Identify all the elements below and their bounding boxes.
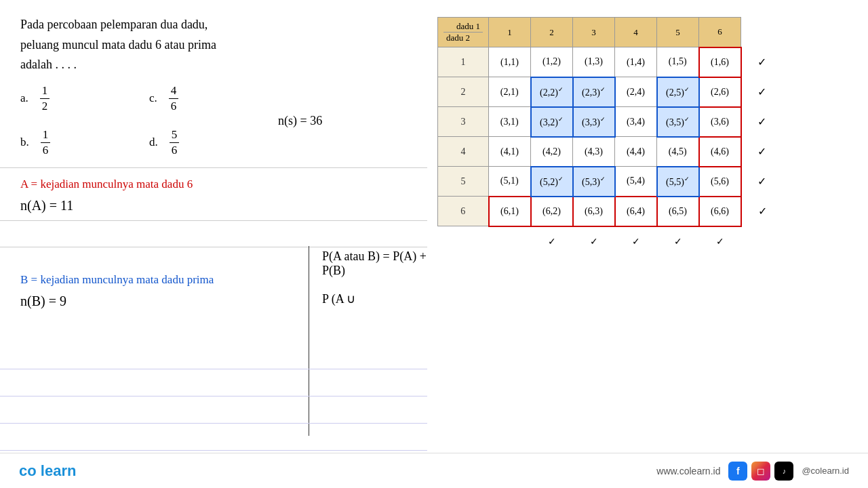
- event-a-count: n(A) = 11: [20, 198, 407, 214]
- table-header-dadu2: dadu 2: [443, 32, 483, 43]
- row-check-6: ✓: [741, 197, 783, 226]
- cell-6-5: (6,5): [657, 197, 699, 226]
- row-check-2: ✓: [741, 77, 783, 107]
- table-row: 4 (4,1) (4,2) (4,3) (4,4) (4,5) (4,6) ✓: [438, 137, 783, 167]
- cell-5-2: (5,2)✓: [531, 167, 573, 197]
- cell-6-1: (6,1): [489, 197, 531, 226]
- row-header-3: 3: [438, 107, 489, 137]
- row-header-2: 2: [438, 77, 489, 107]
- row-header-6: 6: [438, 197, 489, 226]
- cell-1-3: (1,3): [573, 47, 615, 77]
- cell-4-6: (4,6): [699, 137, 741, 167]
- cell-5-4: (5,4): [615, 167, 657, 197]
- cell-6-3: (6,3): [573, 197, 615, 226]
- cell-2-6: (2,6): [699, 77, 741, 107]
- cell-3-6: (3,6): [699, 107, 741, 137]
- website-url: www.colearn.id: [656, 466, 720, 476]
- option-d: d. 5 6: [149, 127, 278, 158]
- cell-6-4: (6,4): [615, 197, 657, 226]
- formula-line1: P(A atau B) = P(A) + P(B): [322, 249, 427, 278]
- question-text: Pada percobaan pelemparan dua dadu, pelu…: [20, 15, 407, 75]
- cell-4-1: (4,1): [489, 137, 531, 167]
- cell-3-4: (3,4): [615, 107, 657, 137]
- cell-1-5: (1,5): [657, 47, 699, 77]
- col-header-1: 1: [489, 18, 531, 47]
- cell-4-3: (4,3): [573, 137, 615, 167]
- cell-2-5: (2,5)✓: [657, 77, 699, 107]
- table-header-dadu1: dadu 1: [443, 21, 483, 32]
- cell-5-5: (5,5)✓: [657, 167, 699, 197]
- table-row: 3 (3,1) (3,2)✓ (3,3)✓ (3,4) (3,5)✓ (3,6)…: [438, 107, 783, 137]
- cell-3-1: (3,1): [489, 107, 531, 137]
- row-check-3: ✓: [741, 107, 783, 137]
- probability-table: dadu 1 dadu 2 1 2 3 4 5 6 1 (1,1) (1,2) …: [437, 17, 783, 256]
- tiktok-icon: ♪: [774, 462, 793, 481]
- cell-3-2: (3,2)✓: [531, 107, 573, 137]
- table-row: 5 (5,1) (5,2)✓ (5,3)✓ (5,4) (5,5)✓ (5,6)…: [438, 167, 783, 197]
- table-row: 6 (6,1) (6,2) (6,3) (6,4) (6,5) (6,6) ✓: [438, 197, 783, 226]
- footer-logo: co learn: [19, 462, 76, 480]
- col-header-3: 3: [573, 18, 615, 47]
- event-a-description: A = kejadian munculnya mata dadu 6: [20, 178, 407, 191]
- cell-1-1: (1,1): [489, 47, 531, 77]
- row-check-5: ✓: [741, 167, 783, 197]
- logo-learn-text: learn: [41, 462, 77, 480]
- column-checks-row: ✓ ✓ ✓ ✓ ✓: [438, 226, 783, 256]
- col-header-5: 5: [657, 18, 699, 47]
- col-header-4: 4: [615, 18, 657, 47]
- table-row: 2 (2,1) (2,2)✓ (2,3)✓ (2,4) (2,5)✓ (2,6)…: [438, 77, 783, 107]
- row-check-4: ✓: [741, 137, 783, 167]
- cell-1-2: (1,2): [531, 47, 573, 77]
- social-handle: @colearn.id: [802, 466, 849, 476]
- option-a: a. 1 2: [20, 83, 149, 114]
- cell-6-2: (6,2): [531, 197, 573, 226]
- cell-5-1: (5,1): [489, 167, 531, 197]
- cell-2-2: (2,2)✓: [531, 77, 573, 107]
- cell-4-4: (4,4): [615, 137, 657, 167]
- ns-formula: n(s) = 36: [278, 114, 322, 128]
- table-row: 1 (1,1) (1,2) (1,3) (1,4) (1,5) (1,6) ✓: [438, 47, 783, 77]
- cell-4-5: (4,5): [657, 137, 699, 167]
- cell-6-6: (6,6): [699, 197, 741, 226]
- cell-3-3: (3,3)✓: [573, 107, 615, 137]
- formula-line2: P (A ∪: [322, 291, 427, 306]
- logo-co-text: co: [19, 462, 37, 480]
- cell-2-1: (2,1): [489, 77, 531, 107]
- cell-3-5: (3,5)✓: [657, 107, 699, 137]
- footer-right: www.colearn.id f ◻ ♪ @colearn.id: [656, 462, 849, 481]
- cell-5-6: (5,6): [699, 167, 741, 197]
- cell-4-2: (4,2): [531, 137, 573, 167]
- cell-1-4: (1,4): [615, 47, 657, 77]
- option-b: b. 1 6: [20, 127, 149, 158]
- cell-2-3: (2,3)✓: [573, 77, 615, 107]
- instagram-icon: ◻: [751, 462, 770, 481]
- cell-2-4: (2,4): [615, 77, 657, 107]
- col-header-6: 6: [699, 18, 741, 47]
- col-header-2: 2: [531, 18, 573, 47]
- cell-5-3: (5,3)✓: [573, 167, 615, 197]
- row-header-4: 4: [438, 137, 489, 167]
- option-c: c. 4 6: [149, 83, 278, 114]
- row-header-5: 5: [438, 167, 489, 197]
- social-icons: f ◻ ♪: [728, 462, 793, 481]
- row-check-1: ✓: [741, 47, 783, 77]
- row-header-1: 1: [438, 47, 489, 77]
- cell-1-6: (1,6): [699, 47, 741, 77]
- facebook-icon: f: [728, 462, 747, 481]
